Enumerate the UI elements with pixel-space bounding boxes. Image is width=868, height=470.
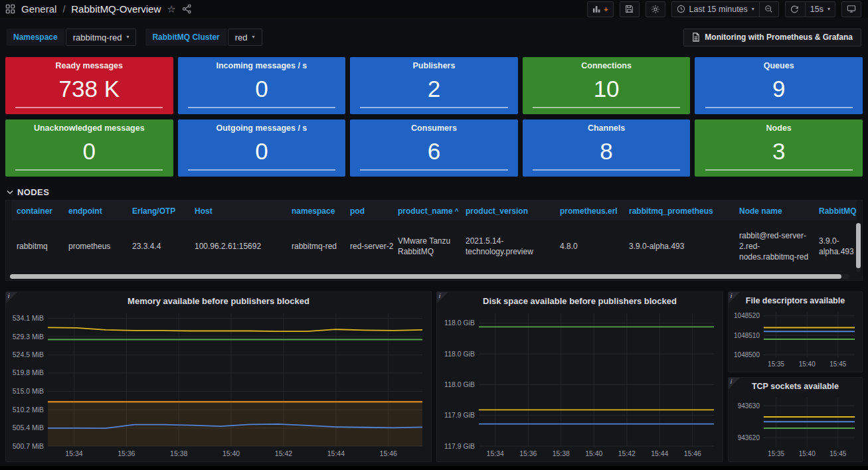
- stat-panel-nodes[interactable]: Nodes3: [695, 119, 863, 177]
- vertical-scrollbar-thumb[interactable]: [856, 223, 861, 268]
- column-header-product-name[interactable]: product_name^: [398, 206, 462, 216]
- svg-text:15:44: 15:44: [651, 449, 668, 457]
- clock-icon: [677, 5, 685, 13]
- horizontal-scrollbar: [10, 274, 850, 279]
- svg-text:519.8 MiB: 519.8 MiB: [13, 368, 44, 376]
- stat-panel-queues[interactable]: Queues9: [695, 57, 863, 114]
- column-header-prometheus-erl[interactable]: prometheus.erl: [560, 206, 625, 216]
- svg-text:15:45: 15:45: [829, 360, 846, 368]
- svg-text:15:46: 15:46: [684, 449, 701, 457]
- svg-text:15:46: 15:46: [380, 449, 397, 457]
- time-controls: Last 15 minutes ▾: [671, 1, 779, 17]
- table-cell: 23.3.4.4: [132, 241, 191, 252]
- document-icon: [692, 33, 700, 42]
- stat-sparkline: [360, 107, 507, 108]
- column-header-endpoint[interactable]: endpoint: [68, 206, 128, 216]
- stat-title: Outgoing messages / s: [216, 123, 307, 133]
- memory-series-yellow: [48, 327, 422, 331]
- table-cell: VMware Tanzu RabbitMQ: [398, 236, 462, 257]
- svg-text:118.0 GiB: 118.0 GiB: [444, 319, 475, 327]
- variable-list: Namespacerabbitmq-red▾RabbitMQ Clusterre…: [7, 29, 262, 46]
- column-header-node-name[interactable]: Node name: [739, 206, 815, 216]
- info-icon: i: [731, 292, 732, 300]
- tcp-chart-canvas: 94363094362015:3515:4015:45: [731, 394, 860, 459]
- stat-panel-incoming-messages-s[interactable]: Incoming messages / s0: [178, 57, 346, 114]
- variable-value-dropdown-rabbitmq-cluster[interactable]: red▾: [228, 29, 262, 46]
- svg-text:15:38: 15:38: [553, 449, 570, 457]
- stat-panel-unacknowledged-messages[interactable]: Unacknowledged messages0: [5, 119, 173, 177]
- page-title[interactable]: RabbitMQ-Overview: [71, 3, 161, 15]
- svg-text:529.3 MiB: 529.3 MiB: [13, 333, 44, 341]
- charts-row: i Memory available before publishers blo…: [5, 291, 863, 462]
- tcp-sockets-chart-title[interactable]: TCP sockets available: [729, 378, 862, 391]
- dashboard-settings-button[interactable]: [646, 1, 665, 17]
- svg-text:15:34: 15:34: [65, 449, 82, 457]
- nodes-section-title: NODES: [17, 187, 49, 197]
- stat-panel-ready-messages[interactable]: Ready messages738 K: [5, 57, 173, 114]
- variable-value-dropdown-namespace[interactable]: rabbitmq-red▾: [66, 29, 137, 46]
- sort-asc-icon: ^: [455, 208, 459, 215]
- stat-panels-grid: Ready messages738 KIncoming messages / s…: [5, 57, 863, 177]
- stat-title: Connections: [581, 61, 632, 70]
- stat-title: Consumers: [411, 123, 457, 133]
- memory-chart-canvas: 534.1 MiB529.3 MiB524.5 MiB519.8 MiB515.…: [8, 308, 429, 459]
- dashboards-grid-icon[interactable]: [5, 4, 15, 14]
- zoom-out-time-button[interactable]: [759, 1, 779, 17]
- chevron-down-icon: ▾: [126, 35, 129, 40]
- disk-chart-title[interactable]: Disk space available before publishers b…: [437, 292, 723, 306]
- share-icon[interactable]: [182, 4, 192, 14]
- variable-label-rabbitmq-cluster: RabbitMQ Cluster: [145, 29, 226, 46]
- nodes-row-toggle[interactable]: NODES: [7, 187, 861, 197]
- refresh-interval-dropdown[interactable]: 15s ▾: [805, 1, 835, 17]
- svg-text:118.0 GiB: 118.0 GiB: [444, 380, 475, 388]
- table-cell: 3.9.0-alpha.493: [629, 241, 735, 252]
- breadcrumb-separator: /: [62, 4, 65, 15]
- column-header-host[interactable]: Host: [195, 206, 288, 216]
- docs-link-button[interactable]: Monitoring with Prometheus & Grafana: [683, 29, 861, 46]
- column-header-container[interactable]: container: [17, 206, 64, 216]
- info-icon: i: [8, 292, 9, 300]
- table-cell: red-server-2: [350, 241, 394, 252]
- svg-text:505.4 MiB: 505.4 MiB: [13, 424, 44, 431]
- stat-title: Nodes: [766, 123, 792, 133]
- svg-text:15:35: 15:35: [768, 360, 784, 368]
- docs-link-label: Monitoring with Prometheus & Grafana: [705, 33, 853, 42]
- stat-panel-connections[interactable]: Connections10: [523, 57, 691, 114]
- stat-sparkline: [188, 107, 335, 108]
- refresh-icon: [790, 5, 799, 13]
- svg-text:1048510: 1048510: [734, 332, 760, 339]
- variable-value-text: red: [235, 33, 248, 42]
- memory-chart-title[interactable]: Memory available before publishers block…: [6, 292, 431, 306]
- column-header-product-version[interactable]: product_version: [466, 206, 556, 216]
- stat-sparkline: [533, 169, 680, 171]
- time-range-picker[interactable]: Last 15 minutes ▾: [671, 1, 759, 17]
- zoom-out-icon: [764, 5, 773, 13]
- right-chart-column: i File descriptors available 10485201048…: [728, 291, 863, 462]
- stat-panel-consumers[interactable]: Consumers6: [350, 119, 518, 177]
- stat-panel-publishers[interactable]: Publishers2: [350, 57, 518, 114]
- add-panel-button[interactable]: +: [587, 1, 613, 17]
- stat-panel-outgoing-messages-s[interactable]: Outgoing messages / s0: [178, 119, 346, 177]
- horizontal-scrollbar-thumb[interactable]: [10, 274, 841, 279]
- svg-text:1048520: 1048520: [734, 312, 760, 319]
- plus-badge: +: [604, 5, 608, 13]
- file-descriptors-chart-title[interactable]: File descriptors available: [729, 292, 862, 305]
- column-header-erlang-otp[interactable]: Erlang/OTP: [132, 206, 191, 216]
- svg-text:15:40: 15:40: [585, 449, 602, 457]
- stat-panel-channels[interactable]: Channels8: [523, 119, 691, 177]
- chevron-down-icon: [7, 190, 13, 195]
- column-header-pod[interactable]: pod: [350, 206, 394, 216]
- refresh-button[interactable]: [785, 1, 805, 17]
- table-row: rabbitmqprometheus23.3.4.4100.96.2.61:15…: [11, 220, 857, 272]
- save-dashboard-button[interactable]: [620, 1, 640, 17]
- stat-sparkline: [188, 169, 335, 171]
- svg-text:15:44: 15:44: [327, 449, 345, 457]
- column-header-rabbitmq[interactable]: RabbitMQ: [819, 206, 868, 216]
- breadcrumb-section[interactable]: General: [21, 3, 56, 15]
- column-header-namespace[interactable]: namespace: [292, 206, 346, 216]
- variable-label-namespace: Namespace: [7, 29, 64, 46]
- column-header-rabbitmq-prometheus[interactable]: rabbitmq_prometheus: [629, 206, 735, 216]
- star-icon[interactable]: ☆: [167, 4, 175, 14]
- kiosk-mode-button[interactable]: [841, 1, 861, 17]
- table-cell: 4.8.0: [560, 241, 625, 252]
